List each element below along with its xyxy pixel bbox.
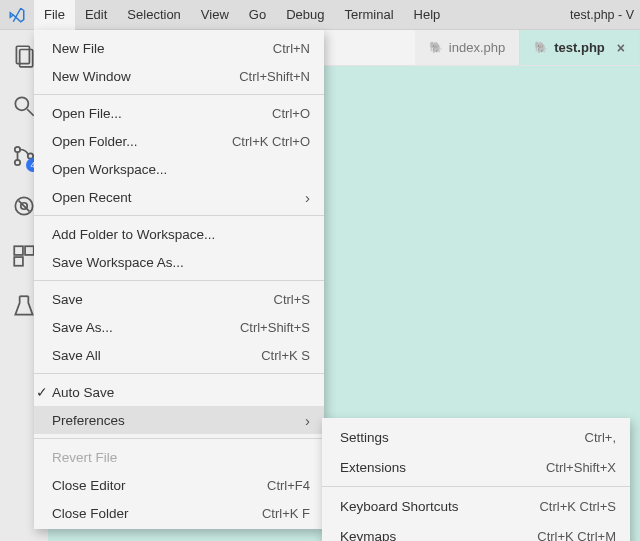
submenuitem-label: Settings bbox=[340, 430, 585, 445]
file-menu-dropdown: New FileCtrl+NNew WindowCtrl+Shift+NOpen… bbox=[34, 30, 324, 529]
php-icon: 🐘 bbox=[429, 41, 443, 54]
submenuitem-shortcut: Ctrl+K Ctrl+S bbox=[539, 499, 616, 514]
chevron-right-icon: › bbox=[305, 189, 310, 206]
menuitem-revert-file: Revert File bbox=[34, 443, 324, 471]
menuitem-shortcut: Ctrl+Shift+N bbox=[239, 69, 310, 84]
menu-help[interactable]: Help bbox=[404, 0, 451, 30]
menuitem-label: Save As... bbox=[52, 320, 240, 335]
svg-rect-8 bbox=[14, 246, 23, 255]
menuitem-preferences[interactable]: Preferences› bbox=[34, 406, 324, 434]
menuitem-label: Save Workspace As... bbox=[52, 255, 310, 270]
php-icon: 🐘 bbox=[534, 41, 548, 54]
menuitem-new-file[interactable]: New FileCtrl+N bbox=[34, 34, 324, 62]
menuitem-save-workspace-as[interactable]: Save Workspace As... bbox=[34, 248, 324, 276]
submenuitem-label: Extensions bbox=[340, 460, 546, 475]
menuitem-save-as[interactable]: Save As...Ctrl+Shift+S bbox=[34, 313, 324, 341]
menu-debug[interactable]: Debug bbox=[276, 0, 334, 30]
submenuitem-shortcut: Ctrl+K Ctrl+M bbox=[537, 529, 616, 542]
menuitem-label: Save All bbox=[52, 348, 261, 363]
menuitem-open-file[interactable]: Open File...Ctrl+O bbox=[34, 99, 324, 127]
menuitem-label: Save bbox=[52, 292, 274, 307]
svg-point-4 bbox=[15, 160, 20, 165]
menubar: FileEditSelectionViewGoDebugTerminalHelp… bbox=[0, 0, 640, 30]
menuitem-label: Close Editor bbox=[52, 478, 267, 493]
menuitem-add-folder-to-workspace[interactable]: Add Folder to Workspace... bbox=[34, 220, 324, 248]
menuitem-shortcut: Ctrl+N bbox=[273, 41, 310, 56]
submenuitem-shortcut: Ctrl+Shift+X bbox=[546, 460, 616, 475]
menu-selection[interactable]: Selection bbox=[117, 0, 190, 30]
submenuitem-label: Keymaps bbox=[340, 529, 537, 542]
svg-rect-9 bbox=[25, 246, 34, 255]
menuitem-open-folder[interactable]: Open Folder...Ctrl+K Ctrl+O bbox=[34, 127, 324, 155]
submenuitem-label: Keyboard Shortcuts bbox=[340, 499, 539, 514]
menuitem-shortcut: Ctrl+K Ctrl+O bbox=[232, 134, 310, 149]
tab-test-php[interactable]: 🐘test.php× bbox=[520, 30, 640, 65]
menuitem-label: Open Folder... bbox=[52, 134, 232, 149]
submenuitem-extensions[interactable]: ExtensionsCtrl+Shift+X bbox=[322, 452, 630, 482]
menuitem-close-folder[interactable]: Close FolderCtrl+K F bbox=[34, 499, 324, 527]
menu-edit[interactable]: Edit bbox=[75, 0, 117, 30]
menuitem-label: Close Folder bbox=[52, 506, 262, 521]
tab-index-php[interactable]: 🐘index.php bbox=[415, 30, 520, 65]
menuitem-label: New File bbox=[52, 41, 273, 56]
close-icon[interactable]: × bbox=[611, 40, 625, 56]
menuitem-shortcut: Ctrl+F4 bbox=[267, 478, 310, 493]
menuitem-save[interactable]: SaveCtrl+S bbox=[34, 285, 324, 313]
menuitem-label: Auto Save bbox=[52, 385, 310, 400]
menuitem-shortcut: Ctrl+S bbox=[274, 292, 310, 307]
svg-rect-10 bbox=[14, 257, 23, 266]
submenuitem-shortcut: Ctrl+, bbox=[585, 430, 616, 445]
menu-view[interactable]: View bbox=[191, 0, 239, 30]
submenuitem-keymaps[interactable]: KeymapsCtrl+K Ctrl+M bbox=[322, 521, 630, 541]
tab-label: index.php bbox=[449, 40, 505, 55]
menuitem-label: New Window bbox=[52, 69, 239, 84]
menuitem-open-workspace[interactable]: Open Workspace... bbox=[34, 155, 324, 183]
svg-point-2 bbox=[15, 97, 28, 110]
svg-point-3 bbox=[15, 147, 20, 152]
menuitem-shortcut: Ctrl+K F bbox=[262, 506, 310, 521]
menuitem-label: Open Workspace... bbox=[52, 162, 310, 177]
submenuitem-keyboard-shortcuts[interactable]: Keyboard ShortcutsCtrl+K Ctrl+S bbox=[322, 491, 630, 521]
menuitem-new-window[interactable]: New WindowCtrl+Shift+N bbox=[34, 62, 324, 90]
menuitem-label: Revert File bbox=[52, 450, 310, 465]
menuitem-open-recent[interactable]: Open Recent› bbox=[34, 183, 324, 211]
app-icon bbox=[0, 0, 34, 30]
checkmark-icon: ✓ bbox=[36, 384, 48, 400]
window-title: test.php - V bbox=[564, 0, 640, 30]
menuitem-shortcut: Ctrl+Shift+S bbox=[240, 320, 310, 335]
menuitem-close-editor[interactable]: Close EditorCtrl+F4 bbox=[34, 471, 324, 499]
submenuitem-settings[interactable]: SettingsCtrl+, bbox=[322, 422, 630, 452]
menuitem-auto-save[interactable]: ✓Auto Save bbox=[34, 378, 324, 406]
menu-file[interactable]: File bbox=[34, 0, 75, 30]
menuitem-label: Open Recent bbox=[52, 190, 305, 205]
menuitem-label: Open File... bbox=[52, 106, 272, 121]
chevron-right-icon: › bbox=[305, 412, 310, 429]
tab-label: test.php bbox=[554, 40, 605, 55]
menu-terminal[interactable]: Terminal bbox=[334, 0, 403, 30]
menuitem-shortcut: Ctrl+K S bbox=[261, 348, 310, 363]
menuitem-label: Preferences bbox=[52, 413, 305, 428]
menuitem-shortcut: Ctrl+O bbox=[272, 106, 310, 121]
menu-go[interactable]: Go bbox=[239, 0, 276, 30]
menuitem-save-all[interactable]: Save AllCtrl+K S bbox=[34, 341, 324, 369]
menuitem-label: Add Folder to Workspace... bbox=[52, 227, 310, 242]
preferences-submenu: SettingsCtrl+,ExtensionsCtrl+Shift+XKeyb… bbox=[322, 418, 630, 541]
